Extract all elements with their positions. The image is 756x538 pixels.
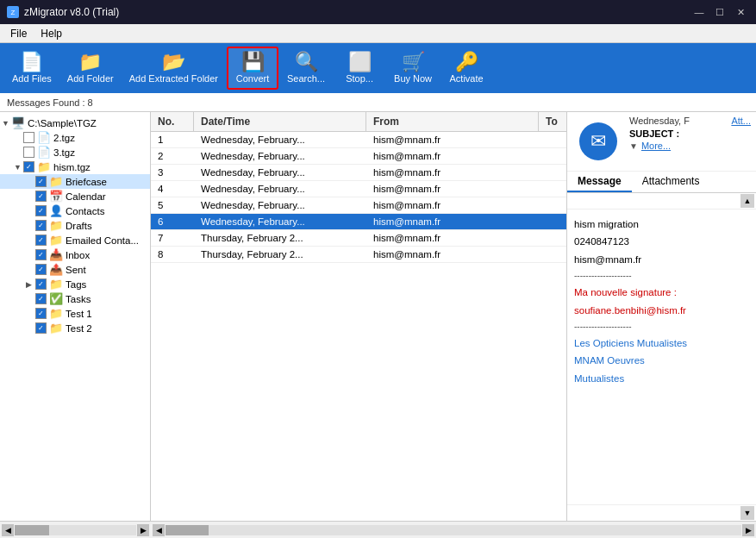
list-row[interactable]: 3 Wednesday, February... hism@mnam.fr xyxy=(151,165,566,181)
list-row[interactable]: 5 Wednesday, February... hism@mnam.fr xyxy=(151,197,566,214)
close-button[interactable]: ✕ xyxy=(732,3,749,21)
list-row[interactable]: 1 Wednesday, February... hism@mnam.fr xyxy=(151,132,566,148)
minimize-button[interactable]: — xyxy=(690,3,708,21)
add-extracted-label: Add Extracted Folder xyxy=(129,73,218,84)
tree-root[interactable]: ▼ 🖥️ C:\Sample\TGZ xyxy=(0,116,150,130)
list-row[interactable]: 4 Wednesday, February... hism@mnam.fr xyxy=(151,181,566,197)
tree-scroll-right[interactable]: ▶ xyxy=(137,524,149,536)
list-row[interactable]: 7 Thursday, February 2... hism@mnam.fr xyxy=(151,230,566,247)
cell-to xyxy=(539,181,566,197)
tree-item-calendar[interactable]: ✓ 📅 Calendar xyxy=(0,189,150,203)
list-scroll-left[interactable]: ◀ xyxy=(153,524,165,536)
maximize-button[interactable]: ☐ xyxy=(711,3,728,21)
file-icon: 📄 xyxy=(37,146,51,159)
preview-body-line: Ma nouvelle signature : xyxy=(574,285,749,300)
add-folder-button[interactable]: 📁 Add Folder xyxy=(60,47,121,90)
preview-more-row: ▼ More... xyxy=(629,141,751,151)
sent-icon: 📤 xyxy=(49,263,63,276)
buy-now-label: Buy Now xyxy=(394,73,432,84)
bottom-bar: ◀ ▶ ◀ ▶ xyxy=(0,521,756,538)
preview-panel: ✉ Wednesday, F Att... SUBJECT : ▼ More..… xyxy=(566,112,756,521)
stop-label: Stop... xyxy=(346,73,373,84)
tree-hscroll-thumb xyxy=(15,525,49,535)
checkbox-test2[interactable]: ✓ xyxy=(35,322,47,334)
checkbox-tags[interactable]: ✓ xyxy=(35,278,47,290)
menu-file[interactable]: File xyxy=(3,26,34,41)
cell-no: 8 xyxy=(151,247,194,262)
list-row[interactable]: 6 Wednesday, February... hism@mnam.fr xyxy=(151,214,566,230)
stop-button[interactable]: ⬜ Stop... xyxy=(334,47,385,90)
preview-more-link[interactable]: More... xyxy=(641,141,671,151)
cell-to xyxy=(539,197,566,213)
list-body: 1 Wednesday, February... hism@mnam.fr 2 … xyxy=(151,132,566,521)
checkbox-calendar[interactable]: ✓ xyxy=(35,191,47,202)
convert-icon: 💾 xyxy=(241,53,265,72)
menu-help[interactable]: Help xyxy=(34,26,69,41)
expand-icon: ▼ xyxy=(2,119,10,128)
preview-subject-label: SUBJECT : xyxy=(629,128,679,139)
scroll-down-button[interactable]: ▼ xyxy=(740,506,754,520)
tree-hscroll-track xyxy=(15,525,136,535)
folder-icon: 📁 xyxy=(49,307,63,320)
preview-body-line: MNAM Oeuvres xyxy=(574,353,749,368)
cell-no: 7 xyxy=(151,230,194,246)
tree-item-drafts[interactable]: ✓ 📁 Drafts xyxy=(0,218,150,233)
tree-root-label: C:\Sample\TGZ xyxy=(28,118,97,128)
checkbox-test1[interactable]: ✓ xyxy=(35,308,47,319)
convert-button[interactable]: 💾 Convert xyxy=(227,47,278,90)
tree-item-tags[interactable]: ▶ ✓ 📁 Tags xyxy=(0,277,150,291)
list-row[interactable]: 2 Wednesday, February... hism@mnam.fr xyxy=(151,148,566,165)
buy-now-button[interactable]: 🛒 Buy Now xyxy=(387,47,439,90)
list-scroll-right[interactable]: ▶ xyxy=(742,524,754,536)
tree-item-tasks[interactable]: ✓ ✅ Tasks xyxy=(0,291,150,306)
tree-item-briefcase[interactable]: ✓ 📁 Briefcase xyxy=(0,174,150,189)
cell-datetime: Wednesday, February... xyxy=(194,214,366,229)
preview-date: Wednesday, F xyxy=(629,116,690,126)
tab-message[interactable]: Message xyxy=(567,172,632,192)
cell-no: 1 xyxy=(151,132,194,147)
tree-item-test1[interactable]: ✓ 📁 Test 1 xyxy=(0,306,150,321)
file-icon: 📄 xyxy=(37,131,51,144)
tree-label-test2: Test 2 xyxy=(66,323,92,334)
list-row[interactable]: 8 Thursday, February 2... hism@mnam.fr xyxy=(151,247,566,263)
tree-label-calendar: Calendar xyxy=(66,191,106,202)
checkbox-drafts[interactable]: ✓ xyxy=(35,220,47,231)
tree-item-3tgz[interactable]: 📄 3.tgz xyxy=(0,145,150,160)
preview-body-line: Mutualistes xyxy=(574,371,749,386)
tree-item-emailed[interactable]: ✓ 📁 Emailed Conta... xyxy=(0,233,150,247)
tree-label-inbox: Inbox xyxy=(66,250,90,260)
titlebar-left: Z zMigrator v8.0 (Trial) xyxy=(7,6,119,18)
stop-icon: ⬜ xyxy=(348,53,372,72)
checkbox-hismtgz[interactable]: ✓ xyxy=(23,161,34,172)
checkbox-3tgz[interactable] xyxy=(23,147,34,158)
tree-item-inbox[interactable]: ✓ 📥 Inbox xyxy=(0,247,150,262)
checkbox-sent[interactable]: ✓ xyxy=(35,264,47,275)
tree-item-test2[interactable]: ✓ 📁 Test 2 xyxy=(0,321,150,335)
tree-item-sent[interactable]: ✓ 📤 Sent xyxy=(0,262,150,277)
scroll-up-button[interactable]: ▲ xyxy=(740,194,754,208)
tree-scroll-left[interactable]: ◀ xyxy=(2,524,14,536)
convert-label: Convert xyxy=(236,73,270,84)
titlebar-controls[interactable]: — ☐ ✕ xyxy=(690,3,749,21)
tree-item-contacts[interactable]: ✓ 👤 Contacts xyxy=(0,203,150,218)
tab-attachments[interactable]: Attachments xyxy=(632,172,710,192)
checkbox-tasks[interactable]: ✓ xyxy=(35,293,47,304)
tree-item-hismtgz[interactable]: ▼ ✓ 📁 hism.tgz xyxy=(0,160,150,174)
add-extracted-button[interactable]: 📂 Add Extracted Folder xyxy=(122,47,225,90)
activate-button[interactable]: 🔑 Activate xyxy=(440,47,492,90)
checkbox-inbox[interactable]: ✓ xyxy=(35,249,47,260)
cell-to xyxy=(539,214,566,229)
checkbox-briefcase[interactable]: ✓ xyxy=(35,176,47,187)
add-files-button[interactable]: 📄 Add Files xyxy=(5,47,59,90)
checkbox-emailed[interactable]: ✓ xyxy=(35,235,47,246)
checkbox-2tgz[interactable] xyxy=(23,132,34,143)
preview-attach-link[interactable]: Att... xyxy=(731,116,751,126)
preview-body-line: hism@mnam.fr xyxy=(574,252,749,267)
cell-no: 4 xyxy=(151,181,194,197)
search-button[interactable]: 🔍 Search... xyxy=(280,47,332,90)
cell-to xyxy=(539,165,566,180)
checkbox-contacts[interactable]: ✓ xyxy=(35,205,47,216)
cell-from: hism@mnam.fr xyxy=(366,148,539,164)
tree-item-2tgz[interactable]: 📄 2.tgz xyxy=(0,130,150,145)
cell-from: hism@mnam.fr xyxy=(366,181,539,197)
